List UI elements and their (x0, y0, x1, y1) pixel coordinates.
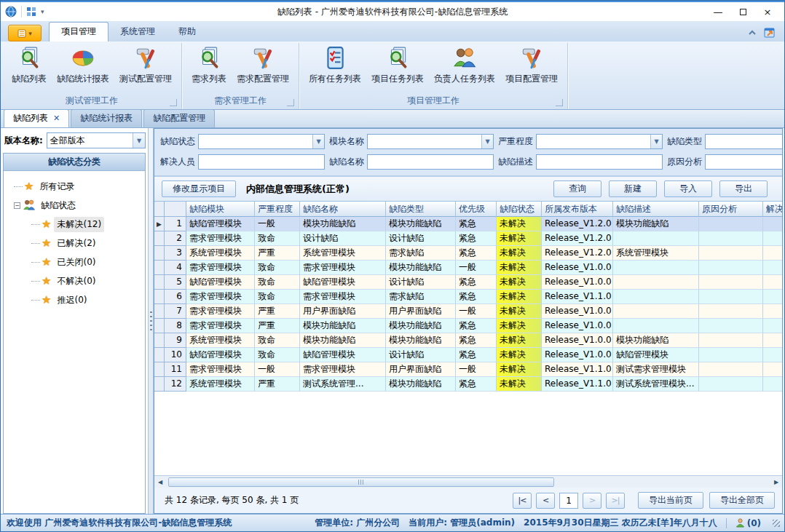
app-menu-button[interactable]: ▾ (8, 25, 42, 41)
filter-input[interactable] (706, 155, 783, 169)
cell-desc[interactable] (613, 290, 699, 304)
sidebar-splitter[interactable] (149, 128, 154, 514)
ribbon-button-1-1[interactable]: 缺陷列表 (7, 43, 52, 87)
cell-analysis[interactable] (699, 246, 763, 261)
cell-name[interactable]: 模块功能缺陷 (300, 319, 386, 333)
cell-analysis[interactable] (699, 377, 763, 392)
row-number-cell[interactable]: 8 (165, 319, 186, 333)
cell-type[interactable]: 用户界面缺陷 (386, 362, 456, 377)
cell-analysis[interactable] (699, 333, 763, 348)
cell-priority[interactable]: 紧急 (456, 231, 497, 246)
table-row[interactable]: 9系统管理模块致命模块功能缺陷模块功能缺陷紧急未解决Release_V1.0.0… (154, 333, 782, 348)
cell-analysis[interactable] (699, 231, 763, 246)
row-selector-cell[interactable] (154, 319, 165, 333)
cell-release[interactable]: Release_V1.1.0 (542, 362, 613, 377)
cell-release[interactable]: Release_V1.0.0 (542, 275, 613, 290)
scroll-right-icon[interactable]: ▶ (770, 479, 782, 485)
cell-name[interactable]: 需求管理模块 (300, 362, 386, 377)
cell-severity[interactable]: 严重 (255, 319, 300, 333)
cell-analysis[interactable] (699, 290, 763, 304)
scrollbar-track[interactable] (167, 477, 770, 487)
ribbon-button-3-3[interactable]: 负责人任务列表 (429, 43, 500, 87)
cell-method[interactable] (763, 290, 782, 304)
filter-input[interactable] (537, 155, 662, 169)
cell-analysis[interactable] (699, 261, 763, 275)
cell-desc[interactable] (613, 319, 699, 333)
toolbar-button-3[interactable]: 导入 (664, 180, 712, 197)
column-header-priority[interactable]: 优先级 (456, 202, 497, 217)
cell-type[interactable]: 需求缺陷 (386, 290, 456, 304)
table-row[interactable]: 5缺陷管理模块致命缺陷管理模块设计缺陷紧急未解决Release_V1.0.0 (154, 275, 782, 290)
collapse-ribbon-icon[interactable] (748, 30, 757, 36)
filter-input[interactable] (706, 135, 783, 148)
version-combo[interactable]: 全部版本 ▼ (47, 132, 146, 148)
cell-module[interactable]: 需求管理模块 (186, 362, 255, 377)
ribbon-button-3-4[interactable]: 项目配置管理 (500, 43, 563, 87)
cell-method[interactable] (763, 377, 782, 392)
window-switch-icon[interactable] (764, 27, 776, 39)
tree-item-2[interactable]: − 缺陷状态 (7, 196, 142, 215)
table-row[interactable]: 7需求管理模块严重用户界面缺陷用户界面缺陷一般未解决Release_V1.0.0 (154, 304, 782, 319)
cell-priority[interactable]: 一般 (456, 362, 497, 377)
cell-status[interactable]: 未解决 (497, 290, 542, 304)
cell-module[interactable]: 系统管理模块 (186, 246, 255, 261)
cell-priority[interactable]: 紧急 (456, 348, 497, 362)
cell-release[interactable]: Release_V1.2.0 (542, 217, 613, 231)
row-selector-cell[interactable] (154, 261, 165, 275)
cell-name[interactable]: 设计缺陷 (300, 231, 386, 246)
cell-type[interactable]: 设计缺陷 (386, 231, 456, 246)
cell-method[interactable] (763, 231, 782, 246)
toolbar-button-2[interactable]: 新建 (609, 180, 657, 197)
column-header-method[interactable]: 解决方法 (763, 202, 782, 217)
cell-priority[interactable]: 紧急 (456, 319, 497, 333)
cell-status[interactable]: 未解决 (497, 217, 542, 231)
next-page-button[interactable]: > (583, 493, 601, 509)
resize-grip[interactable] (773, 520, 780, 527)
cell-severity[interactable]: 严重 (255, 304, 300, 319)
cell-type[interactable]: 模块功能缺陷 (386, 319, 456, 333)
cell-priority[interactable]: 紧急 (456, 290, 497, 304)
cell-desc[interactable]: 模块功能缺陷 (613, 217, 699, 231)
minimize-button[interactable]: — (706, 3, 730, 20)
cell-name[interactable]: 缺陷管理模块 (300, 348, 386, 362)
cell-status[interactable]: 未解决 (497, 348, 542, 362)
cell-module[interactable]: 缺陷管理模块 (186, 348, 255, 362)
column-header-status[interactable]: 缺陷状态 (497, 202, 542, 217)
cell-analysis[interactable] (699, 304, 763, 319)
tree-item-6[interactable]: ★不解决(0) (7, 271, 142, 290)
cell-analysis[interactable] (699, 319, 763, 333)
ribbon-button-2-1[interactable]: 需求列表 (186, 43, 232, 87)
tree-expander-icon[interactable]: − (14, 202, 20, 209)
cell-priority[interactable]: 一般 (456, 304, 497, 319)
cell-status[interactable]: 未解决 (497, 362, 542, 377)
cell-name[interactable]: 模块功能缺陷 (300, 217, 386, 231)
cell-method[interactable] (763, 304, 782, 319)
row-number-cell[interactable]: 11 (165, 362, 186, 377)
export-all-pages-button[interactable]: 导出全部页 (709, 492, 775, 509)
filter-input[interactable] (199, 155, 324, 169)
cell-analysis[interactable] (699, 275, 763, 290)
cell-severity[interactable]: 一般 (255, 217, 300, 231)
cell-priority[interactable]: 一般 (456, 261, 497, 275)
cell-release[interactable]: Release_V1.0.0 (542, 348, 613, 362)
row-number-cell[interactable]: 3 (165, 246, 186, 261)
cell-status[interactable]: 未解决 (497, 246, 542, 261)
table-row[interactable]: ▶1缺陷管理模块一般模块功能缺陷模块功能缺陷紧急未解决Release_V1.2.… (154, 217, 782, 231)
cell-desc[interactable] (613, 275, 699, 290)
tree-item-7[interactable]: ★推迟(0) (7, 290, 142, 309)
row-selector-cell[interactable] (154, 333, 165, 348)
first-page-button[interactable]: |< (513, 493, 532, 509)
cell-status[interactable]: 未解决 (497, 261, 542, 275)
column-header-name[interactable]: 缺陷名称 (300, 202, 386, 217)
cell-status[interactable]: 未解决 (497, 304, 542, 319)
cell-method[interactable] (763, 319, 782, 333)
table-row[interactable]: 12系统管理模块严重测试系统管理...模块功能缺陷紧急未解决Release_V1… (154, 377, 782, 392)
cell-method[interactable] (763, 246, 782, 261)
cell-severity[interactable]: 致命 (255, 275, 300, 290)
row-number-cell[interactable]: 6 (165, 290, 186, 304)
column-header-type[interactable]: 缺陷类型 (386, 202, 456, 217)
qat-dropdown-icon[interactable]: ▾ (41, 8, 44, 15)
cell-priority[interactable]: 紧急 (456, 333, 497, 348)
cell-module[interactable]: 系统管理模块 (186, 377, 255, 392)
row-selector-cell[interactable] (154, 246, 165, 261)
